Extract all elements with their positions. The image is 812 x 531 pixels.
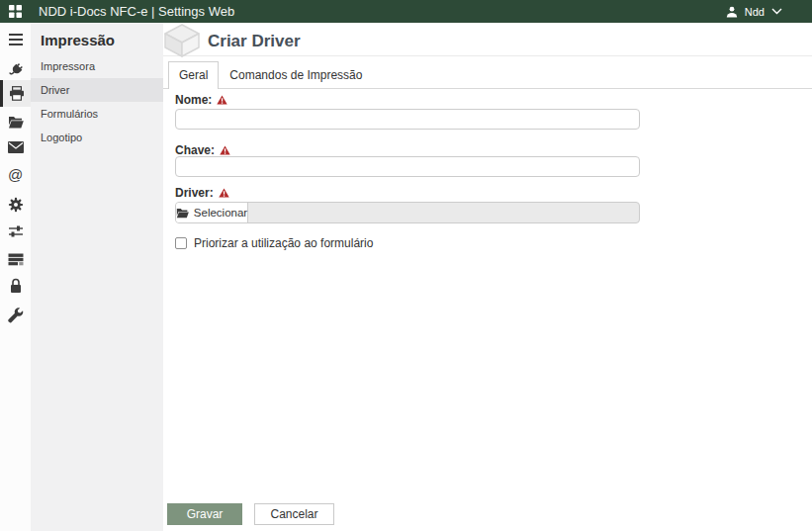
rail-item-menu[interactable]: [0, 29, 31, 50]
chave-label-text: Chave:: [175, 143, 215, 157]
nome-label: Nome:: [175, 93, 227, 107]
at-sign-icon: @: [8, 167, 23, 182]
tab-geral[interactable]: Geral: [168, 61, 219, 89]
rail-item-at[interactable]: @: [0, 163, 31, 185]
rail-item-mail[interactable]: [0, 136, 31, 158]
icon-rail: @: [0, 23, 31, 531]
nome-label-text: Nome:: [175, 93, 212, 107]
tab-bar: Geral Comandos de Impressão: [163, 61, 812, 89]
sidebar: Impressão Impressora Driver Formulários …: [31, 23, 163, 531]
chevron-down-icon: [771, 8, 782, 15]
server-icon: [8, 253, 24, 266]
rail-item-lock[interactable]: [0, 275, 31, 297]
driver-label-text: Driver:: [175, 186, 214, 200]
driver-file-control: Selecionar: [175, 202, 640, 223]
main-content: Criar Driver Geral Comandos de Impressão…: [163, 23, 812, 531]
menu-icon: [8, 33, 24, 46]
select-file-button[interactable]: Selecionar: [176, 203, 248, 222]
priorizar-checkbox-row[interactable]: Priorizar a utilização ao formulário: [175, 236, 373, 250]
warning-icon: [219, 188, 229, 198]
mail-icon: [8, 141, 24, 153]
printer-icon: [9, 86, 25, 101]
cancel-button[interactable]: Cancelar: [254, 503, 334, 525]
priorizar-checkbox[interactable]: [175, 237, 187, 249]
warning-icon: [220, 145, 230, 155]
warning-icon: [217, 95, 227, 105]
user-icon: [726, 6, 738, 18]
sliders-icon: [8, 224, 24, 238]
wrench-icon: [8, 308, 24, 323]
sidebar-title: Impressão: [31, 23, 163, 48]
priorizar-checkbox-label: Priorizar a utilização ao formulário: [194, 236, 373, 250]
sidebar-item-logotipo[interactable]: Logotipo: [31, 126, 163, 149]
rail-item-server[interactable]: [0, 248, 31, 270]
sidebar-item-impressora[interactable]: Impressora: [31, 54, 163, 78]
folder-icon: [176, 208, 189, 219]
lock-icon: [9, 278, 23, 294]
chave-label: Chave:: [175, 143, 230, 157]
topbar: NDD i-Docs NFC-e | Settings Web Ndd: [0, 0, 812, 23]
header-divider: [163, 55, 812, 56]
page-title: Criar Driver: [208, 32, 301, 51]
tab-comandos-de-impressao[interactable]: Comandos de Impressão: [219, 62, 373, 88]
user-menu[interactable]: Ndd: [726, 6, 782, 18]
sidebar-item-driver[interactable]: Driver: [31, 78, 163, 102]
chave-input[interactable]: [175, 156, 640, 177]
save-button[interactable]: Gravar: [167, 503, 242, 525]
rail-item-folder[interactable]: [0, 111, 31, 133]
plug-icon: [8, 62, 24, 78]
rail-item-wrench[interactable]: [0, 305, 31, 326]
apps-grid-icon[interactable]: [9, 5, 22, 18]
gear-icon: [8, 197, 24, 213]
rail-item-sliders[interactable]: [0, 221, 31, 242]
select-file-label: Selecionar: [194, 207, 247, 219]
form-actions: Gravar Cancelar: [167, 503, 334, 525]
user-name: Ndd: [745, 6, 765, 18]
driver-label: Driver:: [175, 186, 229, 200]
rail-item-printer[interactable]: [0, 80, 31, 107]
selected-file-path: [248, 203, 639, 222]
rail-item-gear[interactable]: [0, 194, 31, 216]
rail-item-plug[interactable]: [0, 59, 31, 81]
folder-open-icon: [8, 116, 24, 129]
nome-input[interactable]: [175, 109, 640, 130]
sidebar-item-formularios[interactable]: Formulários: [31, 102, 163, 126]
sidebar-list: Impressora Driver Formulários Logotipo: [31, 54, 163, 149]
app-title: NDD i-Docs NFC-e | Settings Web: [39, 4, 234, 19]
cube-icon: [161, 23, 203, 62]
